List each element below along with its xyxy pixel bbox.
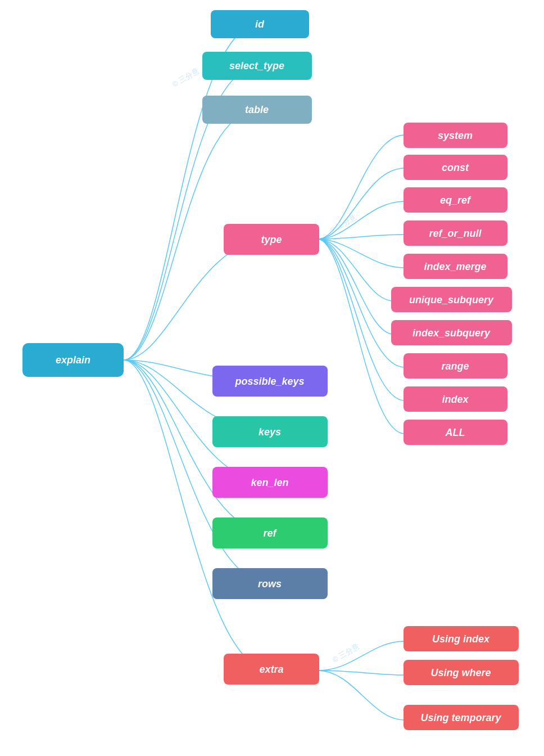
ken-len-label: ken_len [251,477,288,488]
const-label: const [442,162,469,173]
eq-ref-label: eq_ref [440,195,472,206]
line-type-eq-ref [318,201,405,239]
line-explain-extra [124,360,271,670]
index-subquery-label: index_subquery [412,327,491,339]
line-extra-using-index [318,641,405,670]
possible-keys-label: possible_keys [234,376,304,387]
rows-label: rows [258,578,282,590]
line-extra-using-temporary [318,670,405,720]
watermark-top: © 三分意 [171,67,201,89]
index-label: index [442,394,469,405]
table-label: table [245,104,269,115]
range-label: range [441,361,469,372]
line-type-system [318,135,405,239]
index-merge-label: index_merge [424,261,486,272]
using-temporary-label: Using temporary [420,712,501,723]
system-label: system [438,130,473,141]
line-explain-type [124,239,271,360]
select-type-label: select_type [229,60,284,71]
all-label: ALL [445,427,465,438]
ref-or-null-label: ref_or_null [429,228,482,239]
mind-map: .node-label { font-family: Arial, sans-s… [0,0,544,756]
explain-label: explain [56,354,90,366]
id-label: id [255,19,265,30]
watermark-extra: © 三分意 [331,642,361,664]
ref-label: ref [263,528,277,539]
line-type-index-merge [318,239,405,268]
line-type-index-subquery [318,239,393,334]
unique-subquery-label: unique_subquery [409,294,494,305]
using-where-label: Using where [430,667,491,678]
line-type-index [318,239,405,400]
type-label: type [261,234,282,245]
using-index-label: Using index [432,633,490,645]
extra-label: extra [259,664,283,675]
keys-label: keys [259,426,281,438]
